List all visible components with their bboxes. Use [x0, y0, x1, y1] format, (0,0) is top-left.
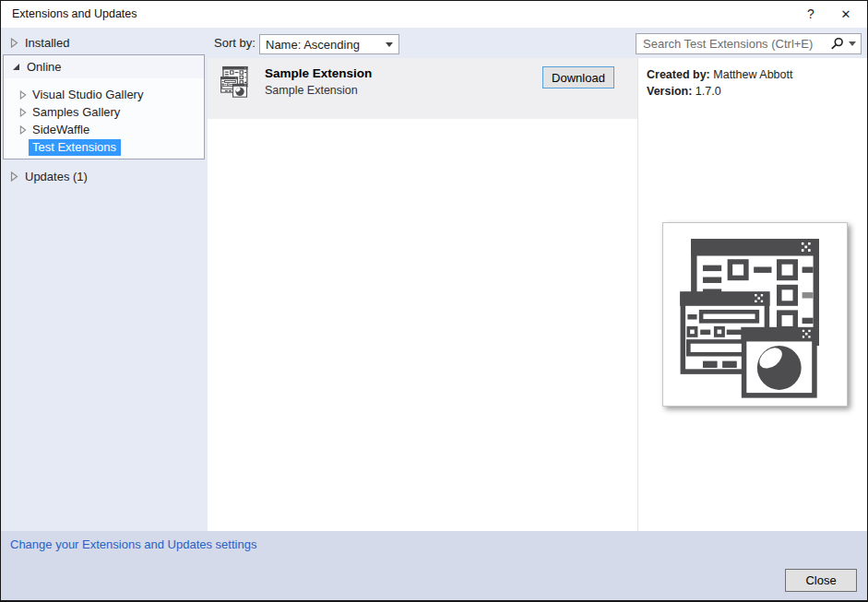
sidebar-item-test-extensions[interactable]: Test Extensions [4, 138, 204, 156]
search-icon[interactable] [830, 37, 844, 51]
search-options-chevron-icon[interactable] [849, 41, 856, 46]
chevron-collapsed-icon [19, 108, 27, 117]
category-sidebar: Installed Online Visual Studio Gallery S… [1, 28, 208, 531]
extension-description: Sample Extension [265, 84, 358, 97]
sidebar-item-label: SideWaffle [32, 123, 89, 136]
titlebar: Extensions and Updates ? ✕ [1, 1, 867, 28]
version-value: 1.7.0 [696, 85, 721, 98]
sidebar-item-label: Installed [25, 36, 69, 50]
sidebar-item-label: Updates (1) [25, 170, 88, 183]
footer: Change your Extensions and Updates setti… [1, 531, 867, 601]
chevron-expanded-icon [12, 63, 20, 71]
window-title: Extensions and Updates [12, 1, 137, 28]
chevron-collapsed-icon [19, 125, 27, 135]
search-input[interactable] [643, 37, 830, 51]
close-button[interactable]: Close [785, 569, 857, 592]
extension-icon [219, 65, 252, 98]
extension-title: Sample Extension [265, 66, 372, 80]
version-label: Version: [647, 85, 692, 98]
change-settings-link[interactable]: Change your Extensions and Updates setti… [10, 537, 256, 551]
version-line: Version: 1.7.0 [647, 83, 792, 100]
toolbar: Sort by: Name: Ascending [208, 28, 868, 58]
sidebar-item-online[interactable]: Online [4, 55, 204, 78]
online-children: Visual Studio Gallery Samples Gallery Si… [4, 78, 204, 156]
sidebar-item-label: Samples Gallery [32, 105, 120, 119]
extension-list-item[interactable]: Sample Extension Sample Extension Downlo… [208, 58, 637, 119]
sort-dropdown[interactable]: Name: Ascending [259, 34, 399, 54]
chevron-down-icon [386, 42, 393, 47]
search-box [636, 33, 862, 54]
created-by-value: Matthew Abbott [713, 68, 792, 81]
sidebar-item-sidewaffle[interactable]: SideWaffle [4, 121, 204, 138]
online-group-box: Online Visual Studio Gallery Samples Gal… [3, 54, 205, 159]
window-close-button[interactable]: ✕ [830, 1, 862, 28]
sidebar-item-label: Visual Studio Gallery [32, 88, 143, 101]
detail-panel: Created by: Matthew Abbott Version: 1.7.… [637, 58, 868, 531]
sidebar-item-installed[interactable]: Installed [1, 31, 208, 53]
chevron-collapsed-icon [10, 171, 18, 182]
download-button[interactable]: Download [542, 66, 614, 89]
extension-preview-image [662, 222, 848, 407]
extension-metadata: Created by: Matthew Abbott Version: 1.7.… [647, 66, 792, 100]
extension-list: Sample Extension Sample Extension Downlo… [208, 58, 637, 531]
created-by-line: Created by: Matthew Abbott [647, 66, 792, 83]
extensions-and-updates-dialog: Extensions and Updates ? ✕ Installed Onl… [0, 0, 868, 602]
sidebar-item-samples-gallery[interactable]: Samples Gallery [4, 103, 204, 121]
created-by-label: Created by: [647, 68, 710, 81]
sort-dropdown-value: Name: Ascending [266, 38, 386, 52]
selected-item-highlight: Test Extensions [29, 139, 121, 156]
sort-by-label: Sort by: [214, 36, 256, 50]
chevron-collapsed-icon [19, 90, 27, 100]
sidebar-item-visual-studio-gallery[interactable]: Visual Studio Gallery [4, 86, 204, 103]
extension-large-icon [671, 230, 840, 399]
sidebar-item-label: Online [27, 60, 62, 74]
help-button[interactable]: ? [795, 1, 826, 28]
sidebar-item-updates[interactable]: Updates (1) [1, 165, 208, 187]
chevron-collapsed-icon [10, 38, 18, 48]
